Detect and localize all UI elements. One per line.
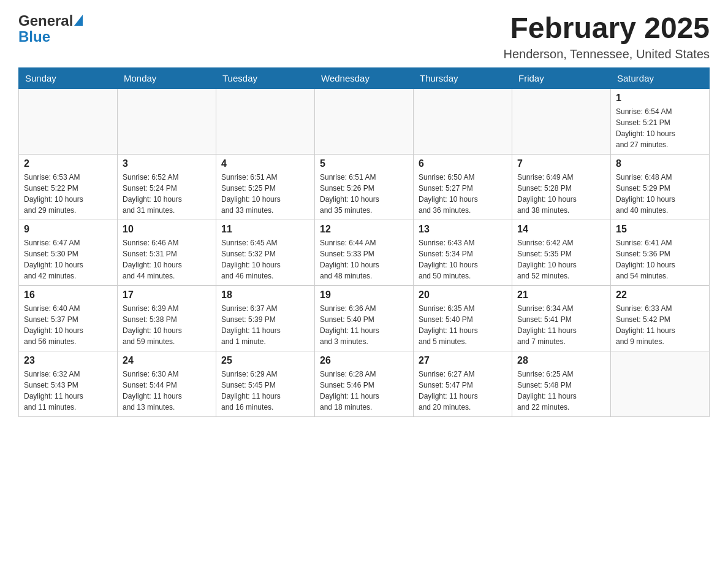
calendar-cell: 1Sunrise: 6:54 AMSunset: 5:21 PMDaylight…	[611, 88, 710, 154]
calendar-week-row: 2Sunrise: 6:53 AMSunset: 5:22 PMDaylight…	[19, 154, 710, 220]
day-number: 22	[616, 289, 704, 301]
day-info: Sunrise: 6:48 AMSunset: 5:29 PMDaylight:…	[616, 172, 704, 216]
calendar-cell: 6Sunrise: 6:50 AMSunset: 5:27 PMDaylight…	[414, 154, 512, 220]
day-info: Sunrise: 6:51 AMSunset: 5:25 PMDaylight:…	[221, 172, 309, 216]
calendar-table: SundayMondayTuesdayWednesdayThursdayFrid…	[18, 67, 710, 417]
calendar-cell: 28Sunrise: 6:25 AMSunset: 5:48 PMDayligh…	[512, 351, 611, 416]
logo: General Blue	[18, 12, 83, 45]
day-number: 6	[419, 158, 507, 169]
day-info: Sunrise: 6:34 AMSunset: 5:41 PMDaylight:…	[517, 303, 605, 347]
calendar-cell: 8Sunrise: 6:48 AMSunset: 5:29 PMDaylight…	[611, 154, 710, 220]
calendar-cell	[414, 88, 512, 154]
day-info: Sunrise: 6:30 AMSunset: 5:44 PMDaylight:…	[123, 369, 211, 413]
day-number: 18	[221, 289, 309, 301]
calendar-cell	[118, 88, 216, 154]
calendar-cell: 24Sunrise: 6:30 AMSunset: 5:44 PMDayligh…	[118, 351, 216, 416]
calendar-cell	[512, 88, 611, 154]
page-header: General Blue February 2025 Henderson, Te…	[18, 12, 710, 61]
day-number: 27	[419, 355, 507, 366]
day-number: 8	[616, 158, 704, 169]
calendar-cell	[315, 88, 414, 154]
day-info: Sunrise: 6:54 AMSunset: 5:21 PMDaylight:…	[616, 106, 704, 150]
day-number: 26	[320, 355, 408, 366]
weekday-header-friday: Friday	[512, 67, 611, 88]
day-info: Sunrise: 6:42 AMSunset: 5:35 PMDaylight:…	[517, 237, 605, 282]
weekday-header-thursday: Thursday	[414, 67, 512, 88]
calendar-cell: 10Sunrise: 6:46 AMSunset: 5:31 PMDayligh…	[118, 220, 216, 285]
calendar-cell: 11Sunrise: 6:45 AMSunset: 5:32 PMDayligh…	[216, 220, 315, 285]
weekday-header-tuesday: Tuesday	[216, 67, 315, 88]
calendar-cell: 26Sunrise: 6:28 AMSunset: 5:46 PMDayligh…	[315, 351, 414, 416]
calendar-cell	[611, 351, 710, 416]
day-info: Sunrise: 6:36 AMSunset: 5:40 PMDaylight:…	[320, 303, 408, 347]
weekday-header-row: SundayMondayTuesdayWednesdayThursdayFrid…	[19, 67, 710, 88]
month-title: February 2025	[503, 12, 710, 45]
calendar-cell: 4Sunrise: 6:51 AMSunset: 5:25 PMDaylight…	[216, 154, 315, 220]
day-number: 9	[24, 224, 112, 235]
day-info: Sunrise: 6:29 AMSunset: 5:45 PMDaylight:…	[221, 369, 309, 413]
logo-general-text: General	[18, 12, 73, 29]
day-number: 21	[517, 289, 605, 301]
calendar-cell: 23Sunrise: 6:32 AMSunset: 5:43 PMDayligh…	[19, 351, 118, 416]
day-number: 14	[517, 224, 605, 235]
day-number: 19	[320, 289, 408, 301]
day-info: Sunrise: 6:51 AMSunset: 5:26 PMDaylight:…	[320, 172, 408, 216]
day-number: 13	[419, 224, 507, 235]
day-info: Sunrise: 6:28 AMSunset: 5:46 PMDaylight:…	[320, 369, 408, 413]
day-number: 16	[24, 289, 112, 301]
day-number: 25	[221, 355, 309, 366]
day-info: Sunrise: 6:40 AMSunset: 5:37 PMDaylight:…	[24, 303, 112, 347]
day-info: Sunrise: 6:27 AMSunset: 5:47 PMDaylight:…	[419, 369, 507, 413]
calendar-cell	[19, 88, 118, 154]
day-number: 5	[320, 158, 408, 169]
calendar-cell: 27Sunrise: 6:27 AMSunset: 5:47 PMDayligh…	[414, 351, 512, 416]
location-title: Henderson, Tennessee, United States	[503, 47, 710, 61]
day-info: Sunrise: 6:25 AMSunset: 5:48 PMDaylight:…	[517, 369, 605, 413]
day-number: 7	[517, 158, 605, 169]
calendar-cell: 22Sunrise: 6:33 AMSunset: 5:42 PMDayligh…	[611, 285, 710, 351]
calendar-week-row: 1Sunrise: 6:54 AMSunset: 5:21 PMDaylight…	[19, 88, 710, 154]
calendar-cell: 20Sunrise: 6:35 AMSunset: 5:40 PMDayligh…	[414, 285, 512, 351]
calendar-cell: 7Sunrise: 6:49 AMSunset: 5:28 PMDaylight…	[512, 154, 611, 220]
day-info: Sunrise: 6:50 AMSunset: 5:27 PMDaylight:…	[419, 172, 507, 216]
calendar-cell: 2Sunrise: 6:53 AMSunset: 5:22 PMDaylight…	[19, 154, 118, 220]
day-number: 10	[123, 224, 211, 235]
logo-arrow-icon	[74, 15, 83, 26]
day-number: 28	[517, 355, 605, 366]
calendar-cell: 5Sunrise: 6:51 AMSunset: 5:26 PMDaylight…	[315, 154, 414, 220]
calendar-week-row: 9Sunrise: 6:47 AMSunset: 5:30 PMDaylight…	[19, 220, 710, 285]
day-number: 11	[221, 224, 309, 235]
calendar-cell: 17Sunrise: 6:39 AMSunset: 5:38 PMDayligh…	[118, 285, 216, 351]
day-info: Sunrise: 6:52 AMSunset: 5:24 PMDaylight:…	[123, 172, 211, 216]
calendar-week-row: 23Sunrise: 6:32 AMSunset: 5:43 PMDayligh…	[19, 351, 710, 416]
calendar-cell: 25Sunrise: 6:29 AMSunset: 5:45 PMDayligh…	[216, 351, 315, 416]
day-info: Sunrise: 6:53 AMSunset: 5:22 PMDaylight:…	[24, 172, 112, 216]
weekday-header-sunday: Sunday	[19, 67, 118, 88]
day-info: Sunrise: 6:44 AMSunset: 5:33 PMDaylight:…	[320, 237, 408, 282]
day-number: 12	[320, 224, 408, 235]
weekday-header-saturday: Saturday	[611, 67, 710, 88]
day-info: Sunrise: 6:45 AMSunset: 5:32 PMDaylight:…	[221, 237, 309, 282]
calendar-cell: 15Sunrise: 6:41 AMSunset: 5:36 PMDayligh…	[611, 220, 710, 285]
calendar-cell: 16Sunrise: 6:40 AMSunset: 5:37 PMDayligh…	[19, 285, 118, 351]
weekday-header-wednesday: Wednesday	[315, 67, 414, 88]
day-number: 1	[616, 93, 704, 104]
calendar-cell	[216, 88, 315, 154]
day-info: Sunrise: 6:49 AMSunset: 5:28 PMDaylight:…	[517, 172, 605, 216]
day-info: Sunrise: 6:33 AMSunset: 5:42 PMDaylight:…	[616, 303, 704, 347]
calendar-cell: 12Sunrise: 6:44 AMSunset: 5:33 PMDayligh…	[315, 220, 414, 285]
day-number: 17	[123, 289, 211, 301]
logo-blue-text: Blue	[18, 28, 50, 45]
day-info: Sunrise: 6:39 AMSunset: 5:38 PMDaylight:…	[123, 303, 211, 347]
day-number: 15	[616, 224, 704, 235]
day-number: 23	[24, 355, 112, 366]
title-section: February 2025 Henderson, Tennessee, Unit…	[503, 12, 710, 61]
calendar-week-row: 16Sunrise: 6:40 AMSunset: 5:37 PMDayligh…	[19, 285, 710, 351]
calendar-cell: 3Sunrise: 6:52 AMSunset: 5:24 PMDaylight…	[118, 154, 216, 220]
day-info: Sunrise: 6:46 AMSunset: 5:31 PMDaylight:…	[123, 237, 211, 282]
calendar-cell: 18Sunrise: 6:37 AMSunset: 5:39 PMDayligh…	[216, 285, 315, 351]
day-info: Sunrise: 6:37 AMSunset: 5:39 PMDaylight:…	[221, 303, 309, 347]
day-info: Sunrise: 6:43 AMSunset: 5:34 PMDaylight:…	[419, 237, 507, 282]
day-number: 2	[24, 158, 112, 169]
calendar-cell: 21Sunrise: 6:34 AMSunset: 5:41 PMDayligh…	[512, 285, 611, 351]
